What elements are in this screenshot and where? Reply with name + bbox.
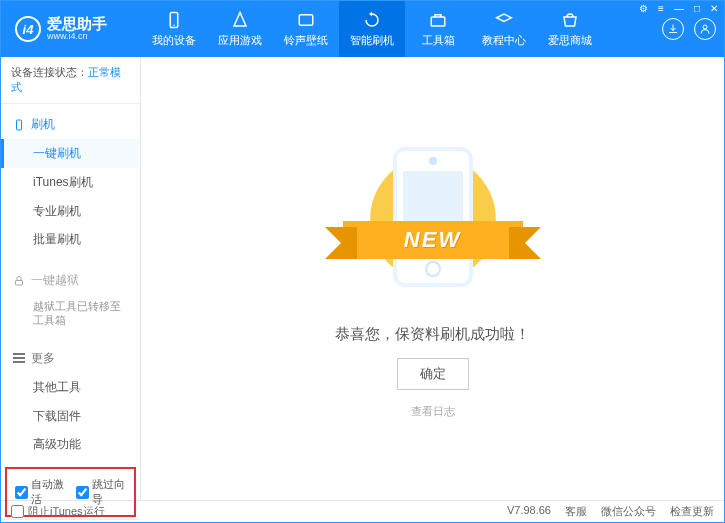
sidebar-item-batch-flash[interactable]: 批量刷机 <box>1 225 140 254</box>
check-update-link[interactable]: 检查更新 <box>670 504 714 519</box>
connection-status: 设备连接状态：正常模式 <box>1 57 140 104</box>
device-panel[interactable]: iPhone 12 mini 64GB Down-12mini-13,1 <box>1 519 140 523</box>
support-link[interactable]: 客服 <box>565 504 587 519</box>
jailbreak-note: 越狱工具已转移至工具箱 <box>1 295 140 332</box>
checkbox-input[interactable] <box>11 505 24 518</box>
lock-icon <box>13 275 25 287</box>
auto-activate-checkbox[interactable]: 自动激活 <box>15 477 66 507</box>
user-icon <box>699 23 711 35</box>
svg-rect-6 <box>16 280 23 285</box>
nav-tutorial[interactable]: 教程中心 <box>471 1 537 57</box>
refresh-icon <box>363 11 381 29</box>
sidebar-item-advanced[interactable]: 高级功能 <box>1 430 140 459</box>
sidebar-item-other-tools[interactable]: 其他工具 <box>1 373 140 402</box>
nav-my-device[interactable]: 我的设备 <box>141 1 207 57</box>
checkbox-label: 阻止iTunes运行 <box>28 504 105 519</box>
checkbox-input[interactable] <box>15 486 28 499</box>
title-right <box>662 18 724 40</box>
checkbox-label: 自动激活 <box>31 477 66 507</box>
titlebar: ⚙ ≡ — □ ✕ i4 爱思助手 www.i4.cn 我的设备 应用游戏 铃声… <box>1 1 724 57</box>
app-title: 爱思助手 <box>47 16 107 31</box>
top-nav: 我的设备 应用游戏 铃声壁纸 智能刷机 工具箱 教程中心 爱思商城 <box>141 1 662 57</box>
logo-icon: i4 <box>15 16 41 42</box>
phone-icon <box>165 11 183 29</box>
download-icon <box>667 23 679 35</box>
apps-icon <box>231 11 249 29</box>
skip-guide-checkbox[interactable]: 跳过向导 <box>76 477 127 507</box>
minimize-icon[interactable]: — <box>672 3 686 14</box>
nav-ringtone-wallpaper[interactable]: 铃声壁纸 <box>273 1 339 57</box>
hamburger-icon <box>13 353 25 363</box>
success-illustration: NEW <box>333 139 533 299</box>
checkbox-label: 跳过向导 <box>92 477 127 507</box>
conn-label: 设备连接状态： <box>11 66 88 78</box>
nav-label: 工具箱 <box>422 33 455 48</box>
svg-rect-3 <box>431 17 445 26</box>
store-icon <box>561 11 579 29</box>
svg-rect-2 <box>299 14 313 25</box>
nav-label: 爱思商城 <box>548 33 592 48</box>
sidebar-item-download-firmware[interactable]: 下载固件 <box>1 402 140 431</box>
sidebar-item-itunes-flash[interactable]: iTunes刷机 <box>1 168 140 197</box>
new-ribbon: NEW <box>343 221 523 259</box>
version-label: V7.98.66 <box>507 504 551 519</box>
sidebar-head-flash[interactable]: 刷机 <box>1 110 140 139</box>
nav-store[interactable]: 爱思商城 <box>537 1 603 57</box>
svg-point-1 <box>173 24 175 26</box>
maximize-icon[interactable]: □ <box>692 3 702 14</box>
sidebar-head-label: 更多 <box>31 350 55 367</box>
sidebar-head-label: 刷机 <box>31 116 55 133</box>
nav-label: 智能刷机 <box>350 33 394 48</box>
download-button[interactable] <box>662 18 684 40</box>
user-button[interactable] <box>694 18 716 40</box>
sidebar-head-label: 一键越狱 <box>31 272 79 289</box>
wechat-link[interactable]: 微信公众号 <box>601 504 656 519</box>
success-message: 恭喜您，保资料刷机成功啦！ <box>335 325 530 344</box>
nav-label: 应用游戏 <box>218 33 262 48</box>
close-icon[interactable]: ✕ <box>708 3 720 14</box>
nav-label: 铃声壁纸 <box>284 33 328 48</box>
sidebar-head-jailbreak: 一键越狱 <box>1 266 140 295</box>
app-url: www.i4.cn <box>47 31 107 42</box>
checkbox-input[interactable] <box>76 486 89 499</box>
sidebar-item-pro-flash[interactable]: 专业刷机 <box>1 197 140 226</box>
grad-cap-icon <box>495 11 513 29</box>
nav-apps-games[interactable]: 应用游戏 <box>207 1 273 57</box>
nav-toolbox[interactable]: 工具箱 <box>405 1 471 57</box>
logo[interactable]: i4 爱思助手 www.i4.cn <box>1 16 141 42</box>
nav-smart-flash[interactable]: 智能刷机 <box>339 1 405 57</box>
block-itunes-checkbox[interactable]: 阻止iTunes运行 <box>11 504 105 519</box>
nav-label: 教程中心 <box>482 33 526 48</box>
sidebar-head-more[interactable]: 更多 <box>1 344 140 373</box>
sidebar-item-oneclick-flash[interactable]: 一键刷机 <box>1 139 140 168</box>
settings-icon[interactable]: ⚙ <box>637 3 650 14</box>
menu-icon[interactable]: ≡ <box>656 3 666 14</box>
main-content: NEW 恭喜您，保资料刷机成功啦！ 确定 查看日志 <box>141 57 724 500</box>
ok-button[interactable]: 确定 <box>397 358 469 390</box>
view-log-link[interactable]: 查看日志 <box>411 404 455 419</box>
svg-point-4 <box>703 25 707 29</box>
svg-rect-5 <box>17 120 22 130</box>
sidebar: 设备连接状态：正常模式 刷机 一键刷机 iTunes刷机 专业刷机 批量刷机 一… <box>1 57 141 500</box>
nav-label: 我的设备 <box>152 33 196 48</box>
phone-icon <box>13 119 25 131</box>
toolbox-icon <box>429 11 447 29</box>
ribbon-text: NEW <box>404 227 461 253</box>
wallpaper-icon <box>297 11 315 29</box>
window-controls: ⚙ ≡ — □ ✕ <box>637 3 720 14</box>
